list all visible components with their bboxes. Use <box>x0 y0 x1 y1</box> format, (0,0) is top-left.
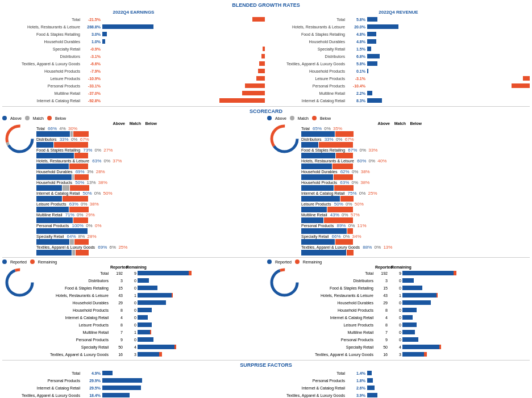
row-value: -10.9% <box>82 77 102 81</box>
below-label: Below <box>55 116 66 120</box>
sc-bar-area <box>36 164 265 169</box>
data-row: Food & Staples Retailing 3.0% <box>2 31 265 37</box>
reported-dot <box>2 259 7 264</box>
rep-reported-val: 8 <box>375 323 389 327</box>
sc-left-rows: Total 66% 4% 30% Distributors 33% 0% 67%… <box>36 126 265 255</box>
sc-row-label: Leisure Products <box>36 202 68 206</box>
row-label: Hotels, Restaurants & Leisure <box>267 25 347 29</box>
sc-above-val: 89% <box>336 223 347 228</box>
rep-reported-val: 8 <box>110 323 124 327</box>
sc-bar-area <box>301 239 530 245</box>
rep-remaining-val: 0 <box>124 308 138 312</box>
rep-row: Multiline Retail 7 0 <box>301 329 530 336</box>
row-label: Multiline Retail <box>2 91 82 95</box>
rep-row: Total 192 9 <box>301 270 530 276</box>
rep-remaining-val: 0 <box>124 338 138 342</box>
row-value: 1.0% <box>82 40 102 44</box>
sc-match-val: 0% <box>336 137 344 142</box>
row-label: Personal Products <box>267 84 347 88</box>
rep-row-label: Total <box>36 271 110 275</box>
row-value: -92.8% <box>82 99 102 103</box>
sc-bar-area <box>301 153 530 158</box>
sc-bar-above <box>36 185 62 191</box>
sc-row: Multiline Retail 71% 0% 29% <box>36 212 265 223</box>
sf-bar-pos <box>367 371 372 375</box>
rep-left-rows: Total 192 9 Distributors 3 0 Food & Stap… <box>36 270 265 358</box>
rep-row-label: Total <box>301 271 375 275</box>
sc-below-val: 11% <box>357 223 367 228</box>
sc-bar-below <box>73 131 89 137</box>
rep-right-content: Reported Remaining Total 192 9 Distribut… <box>267 265 530 358</box>
sc-match-val: 0% <box>81 202 89 207</box>
sc-bar-below <box>69 164 88 169</box>
data-row: Distributors 6.8% <box>267 53 530 60</box>
sc-match-val: 3% <box>87 169 95 174</box>
earnings-section: 2022Q4 EARNINGS Total -21.5% Hotels, Res… <box>2 10 265 104</box>
rep-row-label: Specialty Retail <box>36 345 110 349</box>
sc-row-label: Food & Staples Retailing <box>301 148 347 152</box>
row-label: Leisure Products <box>2 77 82 81</box>
above-label-r: Above <box>275 116 286 120</box>
sc-bar-below <box>347 250 354 255</box>
rep-bar-reported <box>402 330 415 334</box>
rep-right-col-headers: Reported Remaining <box>301 265 530 269</box>
divider3 <box>2 360 530 361</box>
rep-row-label: Personal Products <box>36 338 110 342</box>
sc-match-val: 0% <box>71 137 79 142</box>
rep-row-label: Hotels, Restaurants & Leisure <box>36 294 110 298</box>
sc-bar-area <box>36 207 265 212</box>
row-label: Total <box>267 18 347 22</box>
rep-reported-val: 192 <box>110 271 124 275</box>
sc-bar-below <box>335 239 353 245</box>
sc-bar-area <box>301 207 530 212</box>
sf-row-label: Total <box>2 371 82 375</box>
sc-bar-area <box>36 131 265 137</box>
rep-reported-val: 16 <box>110 353 124 357</box>
rep-reported-val: 16 <box>375 353 389 357</box>
rep-bar-reported <box>402 337 418 342</box>
data-row: Specialty Retail 1.5% <box>267 45 530 52</box>
sc-row-label: Multiline Retail <box>36 213 64 217</box>
sc-above-val: 50% <box>75 180 85 185</box>
rep-remaining-val: 0 <box>389 308 402 312</box>
earnings-rows: Total -21.5% Hotels, Restaurants & Leisu… <box>2 16 265 104</box>
rep-row: Household Durables 29 0 <box>301 299 530 306</box>
rep-remaining-val: 0 <box>389 301 402 305</box>
row-label: Household Products <box>267 69 347 73</box>
data-row: Internet & Catalog Retail -92.8% <box>2 97 265 104</box>
rep-row: Distributors 3 0 <box>301 277 530 284</box>
sc-below-val: 38% <box>361 169 371 174</box>
sc-bar-below <box>63 196 88 202</box>
sc-above-val: 63% <box>340 180 350 185</box>
rep-bar-remaining <box>189 271 192 275</box>
rep-bar-reported <box>402 322 417 327</box>
sc-above-val: 69% <box>98 245 108 250</box>
rep-bar-area <box>138 315 265 320</box>
data-row: Hotels, Restaurants & Leisure 20.0% <box>267 23 530 30</box>
sc-above-val: 66% <box>48 126 58 131</box>
rep-remaining-val: 4 <box>389 345 402 349</box>
rep-reported-val: 15 <box>375 286 389 290</box>
rep-row-label: Distributors <box>301 279 375 283</box>
sc-bar-below <box>74 153 88 158</box>
sc-above-val: 33% <box>60 137 70 142</box>
revenue-title: 2022Q4 REVENUE <box>267 10 530 15</box>
rep-right-donut <box>267 265 301 299</box>
rep-bar-reported <box>138 308 152 312</box>
scorecard-right-table: Above Match Below Total 65% 0% 35% Distr… <box>301 122 530 255</box>
rep-row-label: Household Products <box>301 308 375 312</box>
sc-bar-area <box>301 164 530 169</box>
sc-bar-area <box>36 174 265 180</box>
sc-above-val: 33% <box>325 137 335 142</box>
rep-bar-area <box>402 308 530 312</box>
sc-below-val: 35% <box>333 126 343 131</box>
sc-above-val: 63% <box>69 202 80 207</box>
sf-row: Personal Products 29.9% <box>2 377 265 384</box>
rep-right-legend: Reported Remaining <box>267 259 530 264</box>
rep-left-col-headers: Reported Remaining <box>36 265 265 269</box>
sc-below-val: 37% <box>113 158 123 164</box>
sc-bar-below <box>74 174 89 180</box>
data-row: Food & Staples Retailing 4.8% <box>267 31 530 37</box>
rep-bar-area <box>402 300 530 305</box>
rep-reported-val: 8 <box>375 308 389 312</box>
